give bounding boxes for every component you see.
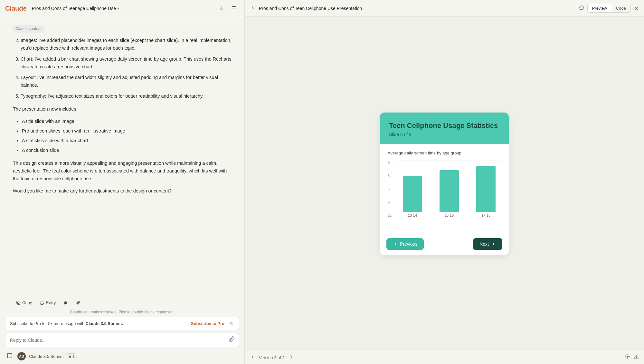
model-name-label: Claude 3.5 Sonnet (29, 354, 64, 359)
y-label: 9 (388, 200, 392, 204)
bar-1318 (403, 176, 422, 212)
refresh-icon (579, 5, 584, 10)
chevron-right-icon (491, 241, 496, 247)
conversation-title: Pros and Cons of Teenage Cellphone Use ▾ (32, 6, 119, 11)
slide-nav: Previous Next (380, 233, 509, 255)
list-item: Images: I've added placeholder images to… (21, 37, 232, 52)
bottom-model-bar: AB Claude 3.5 Sonnet 1 (0, 350, 244, 364)
chevron-down-icon[interactable]: ▾ (117, 6, 119, 11)
conversation-title-text: Pros and Cons of Teenage Cellphone Use (32, 6, 116, 11)
retry-icon (40, 300, 44, 305)
y-label: 3 (388, 174, 392, 178)
chevron-left-icon (393, 241, 398, 247)
next-label: Next (479, 241, 489, 247)
preview-back-button[interactable] (250, 5, 256, 12)
tab-code[interactable]: Code (611, 4, 630, 12)
right-panel: Pros and Cons of Teen Cellphone Use Pres… (245, 0, 644, 364)
preview-close-button[interactable]: ✕ (634, 5, 639, 12)
y-label: 0 (388, 161, 392, 164)
bar-label-1516: 15-16 (445, 213, 454, 217)
bar-group: 13-14 (397, 176, 428, 217)
version-prev-button[interactable] (250, 354, 255, 361)
bar-chart: 12 9 6 3 0 (388, 161, 501, 225)
list-item-text: Typography: I've adjusted text sizes and… (21, 93, 204, 99)
bars-container: 13-14 15-16 17-18 (397, 161, 501, 217)
top-bar: Claude Pros and Cons of Teenage Cellphon… (0, 0, 244, 17)
bar-group: 15-16 (434, 170, 464, 217)
claude-content-label: Claude content (13, 25, 44, 33)
slide-title: Teen Cellphone Usage Statistics (389, 122, 500, 130)
footer-right-actions (625, 354, 639, 361)
y-label: 12 (388, 213, 392, 217)
footer-copy-button[interactable] (625, 354, 630, 361)
claude-logo: Claude (5, 5, 27, 12)
avatar: AB (17, 352, 26, 360)
bullet-item: A conclusion slide (22, 147, 232, 154)
lock-icon: 1 (66, 353, 77, 359)
list-item-text: Chart: I've added a bar chart showing av… (21, 56, 232, 69)
lock-symbol (68, 355, 71, 358)
reply-input[interactable] (10, 338, 229, 343)
thumbup-icon (63, 300, 68, 305)
menu-button[interactable]: ☰ (229, 3, 239, 14)
summary-intro: The presentation now includes: (13, 105, 232, 113)
bar-group: 17-18 (471, 166, 501, 217)
bullet-item: A statistics slide with a bar chart (22, 137, 232, 145)
list-item: Layout: I've increased the card width sl… (21, 74, 232, 89)
slide-card: Teen Cellphone Usage Statistics Slide 8 … (380, 113, 509, 255)
content-scroll: Claude content Images: I've added placeh… (0, 17, 244, 297)
thumbup-button[interactable] (60, 299, 71, 307)
star-button[interactable]: ☆ (216, 3, 226, 14)
next-button[interactable]: Next (473, 238, 502, 250)
copy-button[interactable]: Copy (13, 299, 35, 307)
list-item: Chart: I've added a bar chart showing av… (21, 55, 232, 71)
copy-icon (16, 300, 21, 305)
slide-body: Average daily screen time by age group 1… (380, 144, 509, 233)
subscribe-banner: Subscribe to Pro for 5x more usage with … (5, 317, 239, 330)
model-badge: Claude 3.5 Sonnet 1 (29, 353, 77, 359)
previous-label: Previous (400, 241, 417, 247)
reply-area (5, 333, 239, 347)
back-arrow-icon (250, 5, 256, 10)
download-icon (634, 354, 639, 359)
preview-footer: Version 2 of 2 (245, 351, 644, 364)
previous-button[interactable]: Previous (386, 238, 424, 250)
chart-title: Average daily screen time by age group (388, 151, 501, 155)
attach-icon (229, 336, 234, 342)
version-next-icon (289, 354, 294, 359)
attach-button[interactable] (229, 336, 234, 344)
tab-preview[interactable]: Preview (588, 4, 611, 12)
thumbdown-button[interactable] (72, 299, 83, 307)
version-next-button[interactable] (289, 354, 294, 361)
bar-1516 (440, 170, 459, 212)
preview-title: Pros and Cons of Teen Cellphone Use Pres… (259, 6, 576, 11)
bullet-item: Pro and con slides, each with an illustr… (22, 127, 232, 135)
retry-button[interactable]: Retry (36, 299, 59, 307)
slide-subtitle: Slide 8 of 9 (389, 132, 500, 137)
thumbdown-icon (76, 300, 80, 305)
para1: This design creates a more visually appe… (13, 160, 232, 183)
bullet-list: A title slide with an image Pro and con … (13, 118, 232, 154)
subscribe-text: Subscribe to Pro for 5x more usage with … (10, 321, 123, 326)
refresh-button[interactable] (579, 5, 584, 12)
model-name-bold: Claude 3.5 Sonnet. (86, 321, 123, 326)
svg-rect-2 (7, 353, 12, 358)
disclaimer: Claude can make mistakes. Please double-… (0, 309, 244, 317)
version-label: Version 2 of 2 (259, 355, 285, 360)
bullet-item: A title slide with an image (22, 118, 232, 125)
subscribe-link[interactable]: Subscribe to Pro (191, 321, 224, 326)
list-item: Typography: I've adjusted text sizes and… (21, 93, 232, 100)
subscribe-close-button[interactable]: ✕ (228, 320, 234, 327)
content-text: Claude content Images: I've added placeh… (13, 25, 232, 195)
y-label: 6 (388, 187, 392, 191)
preview-content: Teen Cellphone Usage Statistics Slide 8 … (245, 17, 644, 351)
svg-rect-1 (17, 301, 19, 303)
list-item-text: Images: I've added placeholder images to… (21, 38, 232, 51)
preview-header: Pros and Cons of Teen Cellphone Use Pres… (245, 0, 644, 17)
version-prev-icon (250, 354, 255, 359)
numbered-list: Images: I've added placeholder images to… (13, 37, 232, 100)
tab-group: Preview Code (587, 4, 631, 13)
footer-download-button[interactable] (634, 354, 639, 361)
action-bar: Copy Retry (0, 297, 244, 309)
sidebar-toggle-button[interactable] (5, 352, 14, 361)
